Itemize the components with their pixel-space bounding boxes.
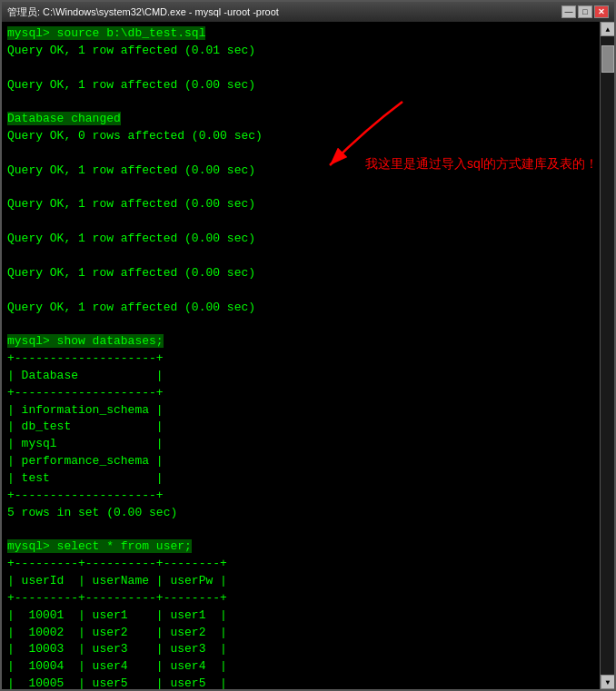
line-blank1 — [7, 60, 609, 77]
close-button[interactable]: ✕ — [594, 5, 609, 18]
line-select-cmd: mysql> select * from user; — [7, 538, 609, 556]
scrollbar[interactable]: ▲ ▼ — [600, 22, 614, 689]
table-row-info: | information_schema | — [7, 402, 609, 420]
line-query2: Query OK, 1 row affected (0.00 sec) — [7, 77, 609, 94]
line-query3: Query OK, 0 rows affected (0.00 sec) — [7, 128, 609, 145]
line-blank5 — [7, 213, 609, 231]
line-blank2 — [7, 94, 609, 111]
highlight-source: mysql> source b:\db_test.sql — [7, 26, 205, 40]
line-blank8 — [7, 316, 609, 333]
line-query5: Query OK, 1 row affected (0.00 sec) — [7, 196, 609, 213]
table-border3: +--------------------+ — [7, 488, 609, 505]
table-border1: +--------------------+ — [7, 350, 609, 368]
user-row-4: | 10004 | user4 | user4 | — [7, 658, 609, 676]
line-query6: Query OK, 1 row affected (0.00 sec) — [7, 231, 609, 248]
user-row-3: | 10003 | user3 | user3 | — [7, 641, 609, 658]
console-area: mysql> source b:\db_test.sql Query OK, 1… — [2, 22, 614, 689]
user-table-border1: +---------+----------+--------+ — [7, 556, 609, 573]
line-rows1: 5 rows in set (0.00 sec) — [7, 505, 609, 522]
table-border2: +--------------------+ — [7, 385, 609, 402]
title-bar-text: 管理员: C:\Windows\system32\CMD.exe - mysql… — [7, 5, 279, 19]
highlight-select: mysql> select * from user; — [7, 539, 192, 553]
scroll-down-button[interactable]: ▼ — [601, 675, 614, 689]
line-query7: Query OK, 1 row affected (0.00 sec) — [7, 265, 609, 282]
line-blank6 — [7, 248, 609, 265]
title-bar: 管理员: C:\Windows\system32\CMD.exe - mysql… — [2, 2, 614, 22]
annotation-text: 我这里是通过导入sql的方式建库及表的！ — [365, 156, 598, 171]
line-dbchanged: Database changed — [7, 111, 609, 128]
line-query1: Query OK, 1 row affected (0.01 sec) — [7, 43, 609, 60]
table-row-test: | test | — [7, 470, 609, 488]
user-row-2: | 10002 | user2 | user2 | — [7, 625, 609, 642]
line-blank4 — [7, 180, 609, 197]
line-blank9 — [7, 521, 609, 538]
scroll-track[interactable] — [601, 36, 614, 675]
table-row-dbtest: | db_test | — [7, 419, 609, 436]
user-table-border2: +---------+----------+--------+ — [7, 590, 609, 607]
scroll-thumb[interactable] — [601, 45, 614, 73]
title-bar-buttons: — □ ✕ — [561, 5, 609, 18]
window-frame: 管理员: C:\Windows\system32\CMD.exe - mysql… — [0, 0, 616, 691]
line-source-cmd: mysql> source b:\db_test.sql — [7, 25, 609, 43]
line-blank7 — [7, 282, 609, 300]
scroll-up-button[interactable]: ▲ — [601, 22, 614, 36]
table-row-perf: | performance_schema | — [7, 453, 609, 470]
table-row-mysql: | mysql | — [7, 436, 609, 453]
minimize-button[interactable]: — — [561, 5, 576, 18]
highlight-dbchanged: Database changed — [7, 112, 121, 125]
user-table-header: | userId | userName | userPw | — [7, 573, 609, 590]
line-show-cmd: mysql> show databases; — [7, 333, 609, 350]
annotation-container: 我这里是通过导入sql的方式建库及表的！ — [365, 156, 598, 173]
table-header: | Database | — [7, 368, 609, 385]
line-query8: Query OK, 1 row affected (0.00 sec) — [7, 300, 609, 317]
highlight-show: mysql> show databases; — [7, 334, 164, 348]
user-row-1: | 10001 | user1 | user1 | — [7, 607, 609, 625]
maximize-button[interactable]: □ — [578, 5, 592, 18]
user-row-5: | 10005 | user5 | user5 | — [7, 676, 609, 689]
